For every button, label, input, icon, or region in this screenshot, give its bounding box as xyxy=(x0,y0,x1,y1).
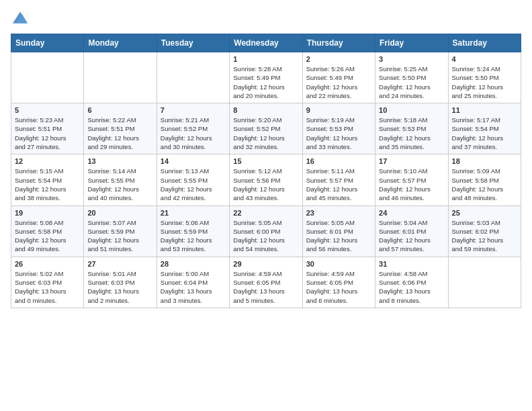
day-info: Sunrise: 4:59 AM Sunset: 6:05 PM Dayligh… xyxy=(233,269,298,305)
weekday-header-tuesday: Tuesday xyxy=(157,34,229,52)
day-number: 17 xyxy=(379,157,444,165)
day-info: Sunrise: 5:15 AM Sunset: 5:54 PM Dayligh… xyxy=(15,167,80,202)
calendar-cell xyxy=(157,52,229,103)
calendar-table: SundayMondayTuesdayWednesdayThursdayFrid… xyxy=(11,34,521,308)
day-info: Sunrise: 4:58 AM Sunset: 6:06 PM Dayligh… xyxy=(379,269,444,305)
day-info: Sunrise: 5:25 AM Sunset: 5:50 PM Dayligh… xyxy=(379,64,444,100)
calendar-cell: 21Sunrise: 5:06 AM Sunset: 5:59 PM Dayli… xyxy=(157,205,229,257)
day-number: 5 xyxy=(15,106,80,114)
calendar-cell xyxy=(84,52,157,103)
day-info: Sunrise: 5:11 AM Sunset: 5:57 PM Dayligh… xyxy=(306,167,371,202)
logo-icon xyxy=(11,11,30,26)
day-info: Sunrise: 5:23 AM Sunset: 5:51 PM Dayligh… xyxy=(15,116,80,151)
day-info: Sunrise: 4:59 AM Sunset: 6:05 PM Dayligh… xyxy=(306,269,371,305)
day-number: 21 xyxy=(161,209,226,217)
day-info: Sunrise: 5:18 AM Sunset: 5:53 PM Dayligh… xyxy=(379,116,444,151)
day-number: 23 xyxy=(306,209,371,217)
weekday-header-row: SundayMondayTuesdayWednesdayThursdayFrid… xyxy=(11,34,521,52)
weekday-header-thursday: Thursday xyxy=(302,34,375,52)
day-info: Sunrise: 5:21 AM Sunset: 5:52 PM Dayligh… xyxy=(161,116,226,151)
day-info: Sunrise: 5:20 AM Sunset: 5:52 PM Dayligh… xyxy=(233,116,298,151)
day-info: Sunrise: 5:17 AM Sunset: 5:54 PM Dayligh… xyxy=(452,116,517,151)
calendar-cell: 20Sunrise: 5:07 AM Sunset: 5:59 PM Dayli… xyxy=(84,205,157,257)
weekday-header-wednesday: Wednesday xyxy=(230,34,302,52)
day-info: Sunrise: 5:06 AM Sunset: 5:59 PM Dayligh… xyxy=(161,218,226,254)
day-number: 10 xyxy=(379,106,444,114)
calendar-cell: 13Sunrise: 5:14 AM Sunset: 5:55 PM Dayli… xyxy=(84,154,157,205)
calendar-cell: 28Sunrise: 5:00 AM Sunset: 6:04 PM Dayli… xyxy=(157,257,229,308)
calendar-week-3: 12Sunrise: 5:15 AM Sunset: 5:54 PM Dayli… xyxy=(11,154,521,205)
calendar-week-2: 5Sunrise: 5:23 AM Sunset: 5:51 PM Daylig… xyxy=(11,103,521,154)
day-number: 25 xyxy=(452,209,517,217)
day-info: Sunrise: 5:05 AM Sunset: 6:00 PM Dayligh… xyxy=(233,218,298,254)
calendar-cell xyxy=(11,52,84,103)
day-number: 15 xyxy=(233,157,298,165)
day-number: 27 xyxy=(87,260,152,268)
calendar-cell: 16Sunrise: 5:11 AM Sunset: 5:57 PM Dayli… xyxy=(302,154,375,205)
calendar-cell: 10Sunrise: 5:18 AM Sunset: 5:53 PM Dayli… xyxy=(375,103,448,154)
calendar-cell: 18Sunrise: 5:09 AM Sunset: 5:58 PM Dayli… xyxy=(448,154,521,205)
day-info: Sunrise: 5:07 AM Sunset: 5:59 PM Dayligh… xyxy=(87,218,152,254)
calendar-cell: 24Sunrise: 5:04 AM Sunset: 6:01 PM Dayli… xyxy=(375,205,448,257)
calendar-cell: 22Sunrise: 5:05 AM Sunset: 6:00 PM Dayli… xyxy=(230,205,302,257)
day-info: Sunrise: 5:05 AM Sunset: 6:01 PM Dayligh… xyxy=(306,218,371,254)
calendar-cell: 1Sunrise: 5:28 AM Sunset: 5:49 PM Daylig… xyxy=(230,52,302,103)
calendar-cell: 12Sunrise: 5:15 AM Sunset: 5:54 PM Dayli… xyxy=(11,154,84,205)
calendar-cell: 31Sunrise: 4:58 AM Sunset: 6:06 PM Dayli… xyxy=(375,257,448,308)
calendar-week-4: 19Sunrise: 5:08 AM Sunset: 5:58 PM Dayli… xyxy=(11,205,521,257)
calendar-cell: 25Sunrise: 5:03 AM Sunset: 6:02 PM Dayli… xyxy=(448,205,521,257)
calendar-cell: 27Sunrise: 5:01 AM Sunset: 6:03 PM Dayli… xyxy=(84,257,157,308)
calendar-body: 1Sunrise: 5:28 AM Sunset: 5:49 PM Daylig… xyxy=(11,52,521,308)
weekday-header-monday: Monday xyxy=(84,34,157,52)
day-number: 2 xyxy=(306,55,371,63)
calendar-cell: 7Sunrise: 5:21 AM Sunset: 5:52 PM Daylig… xyxy=(157,103,229,154)
day-info: Sunrise: 5:12 AM Sunset: 5:56 PM Dayligh… xyxy=(233,167,298,202)
day-number: 6 xyxy=(87,106,152,114)
day-info: Sunrise: 5:04 AM Sunset: 6:01 PM Dayligh… xyxy=(379,218,444,254)
day-number: 16 xyxy=(306,157,371,165)
calendar-cell: 2Sunrise: 5:26 AM Sunset: 5:49 PM Daylig… xyxy=(302,52,375,103)
day-info: Sunrise: 5:28 AM Sunset: 5:49 PM Dayligh… xyxy=(233,64,298,100)
day-number: 26 xyxy=(15,260,80,268)
day-info: Sunrise: 5:10 AM Sunset: 5:57 PM Dayligh… xyxy=(379,167,444,202)
day-number: 4 xyxy=(452,55,517,63)
day-number: 1 xyxy=(233,55,298,63)
calendar-cell xyxy=(448,257,521,308)
day-number: 31 xyxy=(379,260,444,268)
calendar-header: SundayMondayTuesdayWednesdayThursdayFrid… xyxy=(11,34,521,52)
calendar-cell: 8Sunrise: 5:20 AM Sunset: 5:52 PM Daylig… xyxy=(230,103,302,154)
page-header xyxy=(11,11,521,26)
day-number: 8 xyxy=(233,106,298,114)
day-number: 3 xyxy=(379,55,444,63)
day-info: Sunrise: 5:26 AM Sunset: 5:49 PM Dayligh… xyxy=(306,64,371,100)
day-number: 30 xyxy=(306,260,371,268)
calendar-cell: 15Sunrise: 5:12 AM Sunset: 5:56 PM Dayli… xyxy=(230,154,302,205)
day-number: 18 xyxy=(452,157,517,165)
day-number: 14 xyxy=(161,157,226,165)
day-number: 24 xyxy=(379,209,444,217)
day-number: 7 xyxy=(161,106,226,114)
calendar-cell: 30Sunrise: 4:59 AM Sunset: 6:05 PM Dayli… xyxy=(302,257,375,308)
day-info: Sunrise: 5:08 AM Sunset: 5:58 PM Dayligh… xyxy=(15,218,80,254)
calendar-cell: 4Sunrise: 5:24 AM Sunset: 5:50 PM Daylig… xyxy=(448,52,521,103)
weekday-header-friday: Friday xyxy=(375,34,448,52)
day-info: Sunrise: 5:24 AM Sunset: 5:50 PM Dayligh… xyxy=(452,64,517,100)
day-number: 20 xyxy=(87,209,152,217)
calendar-cell: 26Sunrise: 5:02 AM Sunset: 6:03 PM Dayli… xyxy=(11,257,84,308)
calendar-cell: 9Sunrise: 5:19 AM Sunset: 5:53 PM Daylig… xyxy=(302,103,375,154)
day-number: 19 xyxy=(15,209,80,217)
logo xyxy=(11,11,31,26)
day-info: Sunrise: 5:19 AM Sunset: 5:53 PM Dayligh… xyxy=(306,116,371,151)
day-info: Sunrise: 5:01 AM Sunset: 6:03 PM Dayligh… xyxy=(87,269,152,305)
calendar-cell: 23Sunrise: 5:05 AM Sunset: 6:01 PM Dayli… xyxy=(302,205,375,257)
day-info: Sunrise: 5:13 AM Sunset: 5:55 PM Dayligh… xyxy=(161,167,226,202)
calendar-week-5: 26Sunrise: 5:02 AM Sunset: 6:03 PM Dayli… xyxy=(11,257,521,308)
day-number: 28 xyxy=(161,260,226,268)
day-info: Sunrise: 5:22 AM Sunset: 5:51 PM Dayligh… xyxy=(87,116,152,151)
calendar-week-1: 1Sunrise: 5:28 AM Sunset: 5:49 PM Daylig… xyxy=(11,52,521,103)
day-number: 9 xyxy=(306,106,371,114)
day-number: 22 xyxy=(233,209,298,217)
day-info: Sunrise: 5:00 AM Sunset: 6:04 PM Dayligh… xyxy=(161,269,226,305)
calendar-cell: 3Sunrise: 5:25 AM Sunset: 5:50 PM Daylig… xyxy=(375,52,448,103)
day-info: Sunrise: 5:09 AM Sunset: 5:58 PM Dayligh… xyxy=(452,167,517,202)
